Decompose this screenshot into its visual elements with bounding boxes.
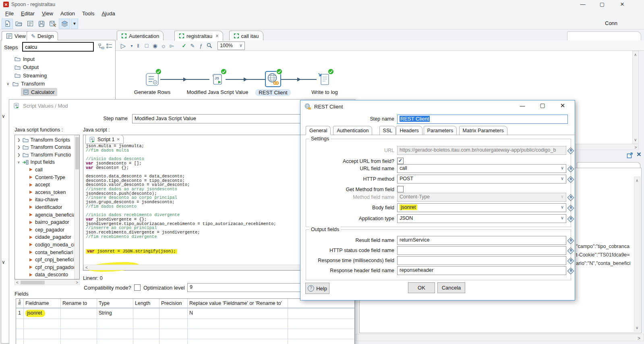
results-close-icon[interactable]: ✕ xyxy=(636,151,642,158)
menu-tools[interactable]: Tools xyxy=(79,10,98,17)
save-button[interactable] xyxy=(36,19,47,29)
fn-tree-item-cpf-cnpj-benefici[interactable]: cpf_cnpj_benefici xyxy=(29,256,74,263)
fn-tree-item-agencia-beneficia[interactable]: agencia_beneficia xyxy=(29,211,75,218)
list-layout-icon[interactable] xyxy=(106,44,112,49)
debug-button[interactable]: ☼ xyxy=(159,42,168,50)
chevron-down-icon[interactable]: ∨ xyxy=(561,194,564,199)
verify-button[interactable]: ✓ xyxy=(180,42,188,50)
dialog-maximize-button[interactable]: ▢ xyxy=(536,102,549,108)
close-tab-icon[interactable]: ✕ xyxy=(215,33,219,39)
accept-url-from-field-checkbox[interactable]: ✓ xyxy=(397,158,404,164)
explore-db-button[interactable] xyxy=(205,42,213,50)
canvas-tab-call-itau[interactable]: call itau xyxy=(229,31,263,41)
chevron-right-icon[interactable]: ❯ xyxy=(17,153,21,157)
menu-view[interactable]: View xyxy=(38,10,57,17)
fn-tree-item-itau-chave[interactable]: itau-chave xyxy=(29,196,58,203)
fn-tree-item-data-desconto[interactable]: data_desconto xyxy=(29,271,68,278)
impact-button[interactable]: ƒ xyxy=(197,42,205,50)
fn-tree-item-codigo-moeda-cr[interactable]: codigo_moeda_cr xyxy=(29,241,75,248)
close-tab-icon[interactable]: ✕ xyxy=(116,137,120,142)
method-field-name-combobox[interactable]: Content-Type∨ xyxy=(397,193,566,202)
results-popout-icon[interactable] xyxy=(627,152,633,158)
menu-file[interactable]: File xyxy=(2,10,17,17)
tab-design[interactable]: ✎ Design xyxy=(27,31,58,40)
fn-tree-item-transform-constants[interactable]: ❯Transform Constants xyxy=(17,144,71,151)
ok-button[interactable]: OK xyxy=(408,282,435,293)
scroll-up-icon[interactable]: ∧ xyxy=(636,178,638,183)
compatibility-checkbox[interactable] xyxy=(134,284,141,291)
script-tab[interactable]: JS Script 1 ✕ xyxy=(85,135,124,144)
sidebar-item-streaming[interactable]: Streaming xyxy=(12,71,49,79)
scroll-right-icon[interactable]: > xyxy=(638,336,640,341)
rest-tab-general[interactable]: General xyxy=(306,126,331,135)
scroll-right-icon[interactable]: > xyxy=(634,145,637,150)
fn-tree-item-cidade-pagador[interactable]: cidade_pagador xyxy=(29,234,71,241)
preview-button[interactable]: ◉ xyxy=(151,42,159,50)
get-method-from-field-checkbox[interactable] xyxy=(397,186,404,192)
url-input[interactable]: https://gerador-boletos.itau.com.br/rout… xyxy=(397,146,566,155)
sidebar-item-transform[interactable]: ∨Transform xyxy=(4,80,47,88)
save-as-button[interactable] xyxy=(48,19,58,29)
column-header[interactable]: Type xyxy=(97,299,133,309)
scroll-down-icon[interactable]: ∨ xyxy=(634,138,637,142)
chevron-right-icon[interactable]: ❯ xyxy=(17,138,21,142)
open-file-button[interactable] xyxy=(14,19,24,29)
fn-tree-item-call[interactable]: call xyxy=(29,166,43,173)
sidebar-item-calculator[interactable]: Calculator xyxy=(21,88,57,96)
pause-button[interactable]: ‖ xyxy=(134,42,142,50)
chevron-down-icon[interactable]: ∨ xyxy=(561,215,564,221)
zoom-select[interactable]: 100%∨ xyxy=(217,42,245,50)
help-button[interactable]: ? Help xyxy=(305,283,329,294)
rest-tab-matrix-parameters[interactable]: Matrix Parameters xyxy=(459,126,507,135)
scroll-thumb[interactable] xyxy=(75,137,79,169)
table-cell[interactable]: N xyxy=(187,309,288,319)
chevron-down-icon[interactable]: ∨ xyxy=(561,165,564,171)
canvas-tab-autentication[interactable]: Autentication xyxy=(117,31,164,41)
fn-tree-item-access-token[interactable]: access_token xyxy=(29,189,66,196)
code-area[interactable]: json.multa = jsonmulta;//fim dados multa… xyxy=(86,144,309,265)
column-header[interactable]: Length xyxy=(133,299,159,309)
toolbar-caret-button[interactable]: ▼ xyxy=(71,19,78,29)
result-field-name-input[interactable]: returnService xyxy=(397,236,566,245)
stop-button[interactable]: □ xyxy=(143,42,151,50)
tab-view[interactable]: View xyxy=(2,31,30,40)
chevron-down-icon[interactable]: ∨ xyxy=(561,176,564,181)
close-button[interactable]: ✕ xyxy=(616,1,628,8)
fn-tree-item-transform-functions[interactable]: ❯Transform Functions xyxy=(17,151,71,158)
perspective-button[interactable] xyxy=(59,19,70,29)
fn-tree-item-content-type[interactable]: Content-Type xyxy=(29,174,65,181)
table-cell[interactable]: String xyxy=(97,309,133,319)
table-cell[interactable]: jsonret xyxy=(23,309,60,319)
canvas-vscrollbar[interactable]: ∧ ∨ xyxy=(632,51,639,144)
table-cell[interactable]: 1 xyxy=(16,309,23,319)
menu-action[interactable]: Action xyxy=(57,10,79,17)
chevron-down-icon[interactable]: ∨ xyxy=(561,204,564,210)
step-node-modified-java-script-value[interactable]: JS xyxy=(211,73,224,86)
cancel-button[interactable]: Cancela xyxy=(437,282,465,293)
fn-tree-item-bairro-pagador[interactable]: bairro_pagador xyxy=(29,219,69,226)
explore-repository-button[interactable] xyxy=(25,19,35,29)
edit-button[interactable]: ✎ xyxy=(188,42,197,50)
fn-tree-item-conta-beneficiari[interactable]: conta_beneficiari xyxy=(29,249,73,256)
rest-tab-headers[interactable]: Headers xyxy=(396,126,422,135)
column-header[interactable]: Replace value 'Fieldname' or 'Rename to' xyxy=(187,299,288,309)
chevron-down-icon[interactable]: ∨ xyxy=(17,160,20,164)
fields-table[interactable]: #FieldnameRename toTypeLengthPrecisionRe… xyxy=(16,298,355,344)
fn-tree-item-cpf-cnpj-pagador[interactable]: cpf_cnpj_pagador xyxy=(29,264,75,271)
fn-tree-item-cep-pagador[interactable]: cep_pagador xyxy=(29,226,64,233)
connect-label[interactable]: Conn xyxy=(605,20,617,26)
fn-tree-item-transform-scripts[interactable]: ❯Transform Scripts xyxy=(17,136,70,143)
response-header-field-name-input[interactable]: reponseheader xyxy=(397,266,566,275)
scroll-down-icon[interactable]: ∨ xyxy=(636,325,638,330)
replay-button[interactable]: ▻ xyxy=(168,42,176,50)
fn-tree-item-identificador[interactable]: identificador xyxy=(29,204,62,211)
results-vscrollbar[interactable]: ∧ ∨ xyxy=(634,177,640,331)
fn-tree-item-accept[interactable]: accept xyxy=(29,181,50,188)
step-name-input[interactable]: REST Client xyxy=(397,115,568,124)
chevron-right-icon[interactable]: ❯ xyxy=(17,145,21,149)
column-header[interactable]: Rename to xyxy=(60,299,97,309)
step-node-write-to-log[interactable] xyxy=(318,73,331,86)
column-header[interactable]: Fieldname xyxy=(23,299,60,309)
response-time-field-input[interactable] xyxy=(397,256,566,265)
column-header[interactable]: Precision xyxy=(159,299,187,309)
